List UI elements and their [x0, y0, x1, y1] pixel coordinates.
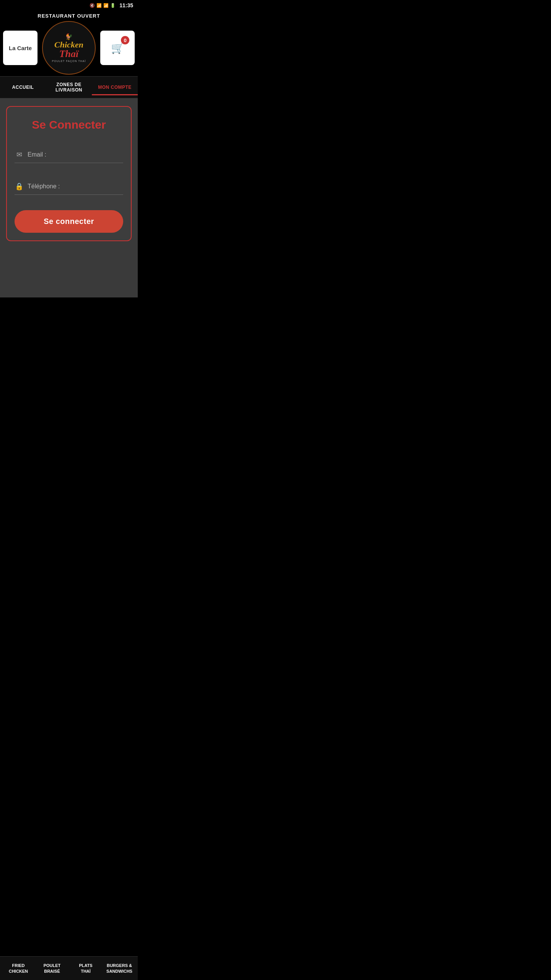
cart-badge: 0	[121, 36, 129, 44]
signal-icon: 📶	[103, 3, 109, 8]
brand-logo: 🐓 Chicken Thaï POULET FAÇON THAÏ	[42, 21, 96, 75]
status-time: 11:35	[119, 2, 133, 8]
app-header: RESTAURANT OUVERT La Carte 🐓 Chicken Tha…	[0, 11, 138, 76]
telephone-divider	[15, 194, 123, 195]
status-icons: 🔇 📶 📶 🔋 11:35	[90, 2, 133, 8]
tab-zones[interactable]: ZONES DE LIVRAISON	[46, 77, 92, 98]
email-divider	[15, 163, 123, 163]
main-content: Se Connecter ✉ Email : 🔒 Téléphone : Se …	[0, 98, 138, 297]
mute-icon: 🔇	[90, 3, 95, 8]
telephone-placeholder: Téléphone :	[28, 183, 60, 190]
logo-bird-icon: 🐓	[52, 34, 86, 40]
lock-icon: 🔒	[15, 182, 24, 191]
status-bar: 🔇 📶 📶 🔋 11:35	[0, 0, 138, 11]
battery-icon: 🔋	[110, 3, 116, 8]
la-carte-button[interactable]: La Carte	[3, 31, 37, 65]
nav-tabs: ACCUEIL ZONES DE LIVRAISON MON COMPTE	[0, 76, 138, 98]
restaurant-status: RESTAURANT OUVERT	[0, 13, 138, 19]
login-button[interactable]: Se connecter	[15, 210, 123, 233]
login-card: Se Connecter ✉ Email : 🔒 Téléphone : Se …	[6, 106, 132, 241]
logo-line2: Thaï	[52, 49, 86, 59]
telephone-field[interactable]: 🔒 Téléphone :	[15, 178, 123, 195]
email-placeholder: Email :	[28, 151, 46, 158]
logo-subtitle: POULET FAÇON THAÏ	[52, 60, 86, 62]
login-title: Se Connecter	[15, 118, 123, 131]
cart-button[interactable]: 🛒 0	[100, 31, 135, 65]
header-row: La Carte 🐓 Chicken Thaï POULET FAÇON THA…	[0, 21, 138, 75]
logo-line1: Chicken	[52, 41, 86, 49]
wifi-icon: 📶	[96, 3, 102, 8]
tab-accueil[interactable]: ACCUEIL	[0, 79, 46, 95]
email-icon: ✉	[15, 150, 24, 159]
tab-compte[interactable]: MON COMPTE	[92, 79, 138, 95]
email-field[interactable]: ✉ Email :	[15, 147, 123, 163]
